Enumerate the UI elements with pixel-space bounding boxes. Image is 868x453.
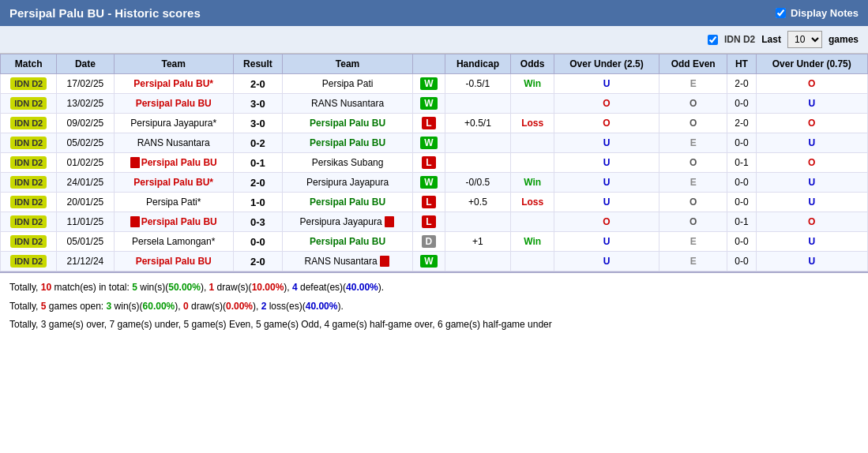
cell-team2: Persipa Pati [283,74,413,94]
cell-odds: Loss [511,193,554,212]
games-select[interactable]: 5 10 15 20 All [787,31,822,48]
scores-table: Match Date Team Result Team Handicap Odd… [0,54,868,271]
col-result: Result [233,54,282,74]
cell-wdl: W [413,94,445,114]
cell-result: 2-0 [233,252,282,271]
cell-odds [511,94,554,114]
cell-wdl: L [413,114,445,133]
cell-odds: Win [511,173,554,193]
table-row: IDN D205/01/25Persela Lamongan*0-0Persip… [1,232,868,252]
cell-team2: Persipal Palu BU [283,133,413,153]
display-notes-checkbox[interactable] [776,8,786,18]
cell-result: 0-3 [233,212,282,232]
header: Persipal Palu BU - Historic scores Displ… [0,0,868,26]
cell-odds [511,153,554,173]
cell-oe: E [659,252,727,271]
cell-ou25: O [554,94,659,114]
col-date: Date [57,54,114,74]
cell-odds: Loss [511,114,554,133]
summary-line2: Totally, 5 games open: 3 win(s)(60.00%),… [9,298,859,316]
cell-ou25: O [554,114,659,133]
cell-team1: Persipal Palu BU [114,212,233,232]
cell-team2: Persipura Jayapura [283,173,413,193]
cell-wdl: D [413,232,445,252]
cell-oe: O [659,193,727,212]
cell-ht: 0-0 [727,173,756,193]
cell-oe: O [659,212,727,232]
cell-result: 3-0 [233,114,282,133]
summary-line3: Totally, 3 game(s) over, 7 game(s) under… [9,316,859,334]
cell-ht: 2-0 [727,74,756,94]
cell-handicap [445,212,511,232]
cell-ou25: U [554,252,659,271]
cell-team1: Persipura Jayapura* [114,114,233,133]
cell-ou25: U [554,153,659,173]
cell-wdl: L [413,153,445,173]
header-controls: Display Notes [776,7,859,19]
cell-ou075: O [756,74,867,94]
cell-ou075: O [756,153,867,173]
cell-ou25: U [554,173,659,193]
display-notes-label[interactable]: Display Notes [791,7,859,19]
cell-team1: Persipal Palu BU* [114,74,233,94]
cell-ou075: O [756,212,867,232]
cell-ht: 2-0 [727,114,756,133]
cell-team1: Persipal Palu BU [114,153,233,173]
cell-handicap: +1 [445,232,511,252]
cell-league: IDN D2 [1,114,57,133]
cell-result: 0-0 [233,232,282,252]
cell-ou075: U [756,232,867,252]
cell-ou25: U [554,193,659,212]
cell-team2: RANS Nusantara [283,94,413,114]
cell-league: IDN D2 [1,173,57,193]
cell-league: IDN D2 [1,193,57,212]
table-row: IDN D217/02/25Persipal Palu BU*2-0Persip… [1,74,868,94]
controls-bar: IDN D2 Last 5 10 15 20 All games [0,26,868,54]
cell-handicap: -0/0.5 [445,173,511,193]
cell-team2: Persipal Palu BU [283,114,413,133]
cell-odds: Win [511,232,554,252]
cell-result: 2-0 [233,173,282,193]
cell-odds [511,212,554,232]
cell-team1: RANS Nusantara [114,133,233,153]
cell-team2: RANS Nusantara [283,252,413,271]
cell-ou075: O [756,114,867,133]
table-row: IDN D221/12/24Persipal Palu BU2-0RANS Nu… [1,252,868,271]
cell-wdl: W [413,173,445,193]
league-filter-checkbox[interactable] [708,35,718,45]
cell-date: 09/02/25 [57,114,114,133]
table-row: IDN D213/02/25Persipal Palu BU3-0RANS Nu… [1,94,868,114]
cell-team2: Persikas Subang [283,153,413,173]
cell-handicap [445,94,511,114]
cell-ht: 0-0 [727,252,756,271]
col-team2: Team [283,54,413,74]
cell-ou075: U [756,173,867,193]
games-label: games [829,34,859,45]
cell-league: IDN D2 [1,212,57,232]
col-team1: Team [114,54,233,74]
col-ou25: Over Under (2.5) [554,54,659,74]
cell-result: 1-0 [233,193,282,212]
cell-odds [511,133,554,153]
cell-wdl: W [413,74,445,94]
last-label: Last [761,34,781,45]
cell-ht: 0-0 [727,133,756,153]
cell-oe: E [659,133,727,153]
cell-oe: E [659,173,727,193]
col-oe: Odd Even [659,54,727,74]
cell-oe: E [659,232,727,252]
cell-handicap: +0.5 [445,193,511,212]
col-handicap: Handicap [445,54,511,74]
cell-ou25: U [554,74,659,94]
cell-date: 13/02/25 [57,94,114,114]
cell-wdl: W [413,252,445,271]
cell-league: IDN D2 [1,232,57,252]
cell-date: 01/02/25 [57,153,114,173]
cell-handicap: -0.5/1 [445,74,511,94]
cell-team1: Persipa Pati* [114,193,233,212]
page-title: Persipal Palu BU - Historic scores [9,6,201,20]
cell-ht: 0-0 [727,94,756,114]
cell-team2: Persipal Palu BU [283,232,413,252]
cell-team1: Persipal Palu BU* [114,173,233,193]
col-match: Match [1,54,57,74]
